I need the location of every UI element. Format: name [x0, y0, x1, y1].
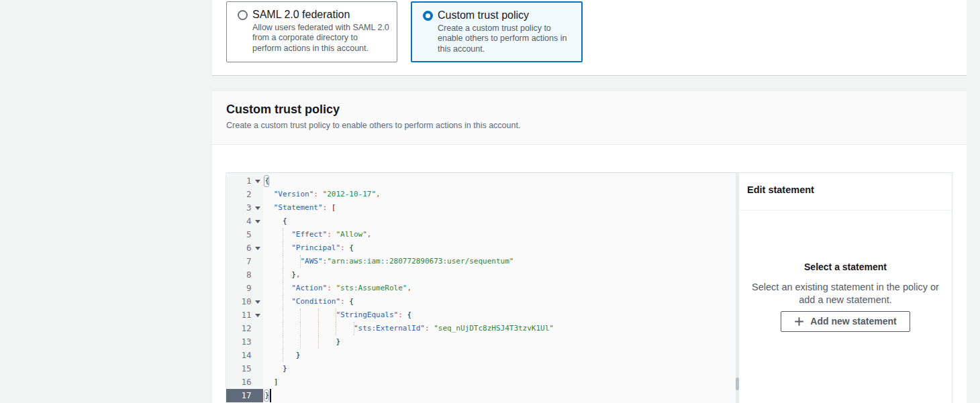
policy-editor: 1234567891011121314151617 { "Version": "… [226, 173, 952, 403]
indent-guide [300, 255, 301, 268]
indent-guide [283, 255, 283, 268]
indent-guide [283, 228, 283, 241]
indent-guide [336, 308, 336, 322]
indent-guide [283, 349, 283, 362]
gutter-line-number[interactable]: 3 [226, 201, 263, 215]
gutter-line-number[interactable]: 7 [226, 255, 263, 268]
indent-guide [283, 295, 283, 308]
indent-guide [283, 241, 283, 255]
bracket-match-highlight [264, 175, 269, 188]
indent-guide [283, 335, 283, 349]
code-line[interactable]: "Version": "2012-10-17", [263, 188, 736, 201]
code-line[interactable]: { [263, 174, 736, 188]
indent-guide [300, 335, 301, 349]
indent-guide [318, 335, 319, 349]
trust-entity-type-panel: SAML 2.0 federation Allow users federate… [212, 0, 967, 76]
edit-statement-panel: Edit statement Select a statement Select… [739, 173, 952, 403]
fold-arrow-icon[interactable] [255, 314, 260, 317]
code-line[interactable]: "sts:ExternalId": "seq_nUjDTc8zHSJ4T3tzv… [263, 322, 736, 335]
editor-gutter: 1234567891011121314151617 [226, 173, 263, 403]
fold-arrow-icon[interactable] [255, 207, 260, 210]
code-line[interactable]: "Action": "sts:AssumeRole", [263, 282, 736, 295]
gutter-line-number[interactable]: 13 [226, 335, 263, 349]
option-label: Custom trust policy [438, 9, 577, 21]
gutter-line-number[interactable]: 2 [226, 188, 263, 201]
gutter-line-number[interactable]: 17 [226, 389, 263, 402]
code-line[interactable]: } [263, 362, 736, 376]
gutter-line-number[interactable]: 11 [226, 308, 263, 322]
statement-empty-state: Select a statement Select an existing st… [739, 261, 952, 332]
indent-guide [336, 322, 336, 335]
empty-state-description: Select an existing statement in the poli… [739, 281, 952, 306]
edit-statement-title: Edit statement [747, 184, 814, 195]
code-line[interactable]: ] [263, 376, 736, 389]
plus-icon [794, 316, 804, 327]
code-line[interactable]: "StringEquals": { [263, 308, 736, 322]
add-new-statement-button[interactable]: Add new statement [781, 311, 910, 332]
gutter-line-number[interactable]: 15 [226, 362, 263, 376]
page: SAML 2.0 federation Allow users federate… [0, 0, 980, 403]
fold-arrow-icon[interactable] [255, 247, 260, 250]
indent-guide [283, 308, 283, 322]
gutter-line-number[interactable]: 1 [226, 174, 263, 188]
option-description: Allow users federated with SAML 2.0 from… [252, 23, 394, 54]
fold-arrow-icon[interactable] [255, 180, 260, 183]
indent-guide [354, 322, 354, 335]
gutter-line-number[interactable]: 4 [226, 215, 263, 228]
gutter-line-number[interactable]: 5 [226, 228, 263, 241]
fold-arrow-icon[interactable] [255, 300, 260, 304]
option-tile-custom-trust-policy[interactable]: Custom trust policy Create a custom trus… [411, 1, 583, 62]
panel-description: Create a custom trust policy to enable o… [226, 120, 520, 131]
indent-guide [318, 308, 319, 322]
panel-header: Custom trust policy Create a custom trus… [212, 91, 967, 145]
fold-arrow-icon[interactable] [255, 220, 260, 223]
radio-unselected-icon[interactable] [238, 10, 248, 20]
add-new-statement-label: Add new statement [810, 316, 896, 327]
radio-selected-icon[interactable] [423, 11, 433, 21]
gutter-line-number[interactable]: 6 [226, 241, 263, 255]
indent-guide [283, 282, 283, 295]
code-line[interactable]: "Principal": { [263, 241, 736, 255]
code-line[interactable]: }, [263, 268, 736, 282]
code-line[interactable]: "AWS":"arn:aws:iam::280772890673:user/se… [263, 255, 736, 268]
empty-state-heading: Select a statement [739, 261, 952, 273]
code-line[interactable]: } [263, 349, 736, 362]
code-line[interactable]: "Statement": [ [263, 201, 736, 215]
indent-guide [300, 322, 301, 335]
divider [739, 210, 952, 211]
bracket-match-highlight [264, 390, 269, 402]
indent-guide [283, 322, 283, 335]
option-description: Create a custom trust policy to enable o… [438, 23, 579, 54]
indent-guide [300, 308, 301, 322]
indent-guide [318, 322, 319, 335]
option-tile-saml-federation[interactable]: SAML 2.0 federation Allow users federate… [226, 1, 397, 62]
text-cursor [270, 389, 271, 402]
code-line[interactable]: } [263, 389, 736, 402]
code-line[interactable]: } [263, 335, 736, 349]
code-line[interactable]: { [263, 215, 736, 228]
editor-code-area[interactable]: { "Version": "2012-10-17", "Statement": … [263, 173, 736, 403]
gutter-line-number[interactable]: 9 [226, 282, 263, 295]
code-line[interactable]: "Condition": { [263, 295, 736, 308]
custom-trust-policy-panel: Custom trust policy Create a custom trus… [212, 91, 967, 403]
option-label: SAML 2.0 federation [252, 9, 393, 21]
indent-guide [283, 268, 283, 282]
gutter-line-number[interactable]: 14 [226, 349, 263, 362]
code-line[interactable]: "Effect": "Allow", [263, 228, 736, 241]
gutter-line-number[interactable]: 10 [226, 295, 263, 308]
gutter-line-number[interactable]: 12 [226, 322, 263, 335]
panel-title: Custom trust policy [226, 102, 340, 117]
gutter-line-number[interactable]: 16 [226, 376, 263, 389]
gutter-line-number[interactable]: 8 [226, 268, 263, 282]
